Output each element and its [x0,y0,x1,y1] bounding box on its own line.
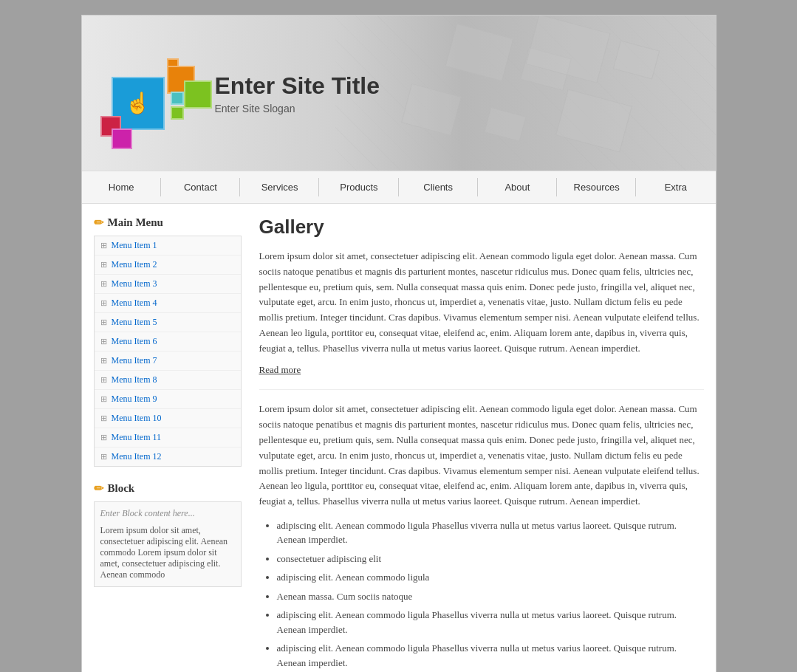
grid-icon-5: ⊞ [100,318,107,327]
menu-item-6[interactable]: ⊞ Menu Item 6 [95,332,241,352]
hand-icon: ☝ [125,91,151,115]
grid-icon-7: ⊞ [100,356,107,366]
menu-item-3[interactable]: ⊞ Menu Item 3 [95,275,241,294]
sidebar: ✏ Main Menu ⊞ Menu Item 1 ⊞ Menu Item 2 … [94,216,242,672]
menu-item-4[interactable]: ⊞ Menu Item 4 [95,294,241,313]
read-more-link[interactable]: Read more [259,363,704,378]
content-wrapper: ✏ Main Menu ⊞ Menu Item 1 ⊞ Menu Item 2 … [82,204,716,672]
nav-item-resources[interactable]: Resources [557,171,636,203]
list-item-3: adipiscing elit. Aenean commodo ligula [277,570,704,585]
sq-teal [171,92,184,105]
bullet-list: adipiscing elit. Aenean commodo ligula P… [259,518,704,671]
site-wrapper: ☝ Enter Site Title Enter Site Slogan Hom… [81,15,716,672]
list-item-4: Aenean massa. Cum sociis natoque [277,589,704,604]
logo-area: ☝ Enter Site Title Enter Site Slogan [97,36,380,151]
nav-item-about[interactable]: About [478,171,557,203]
paragraph-2: Lorem ipsum dolor sit amet, consectetuer… [259,402,704,510]
grid-icon-4: ⊞ [100,298,107,308]
block-placeholder: Enter Block content here... [100,508,235,519]
block-content: Enter Block content here... Lorem ipsum … [94,501,242,587]
site-slogan: Enter Site Slogan [215,103,380,114]
nav: Home Contact Services Products Clients A… [82,171,716,204]
sq-small-green [171,106,184,120]
list-item-5: adipiscing elit. Aenean commodo ligula P… [277,608,704,637]
grid-icon-12: ⊞ [100,452,107,462]
sq-magenta [112,128,132,149]
grid-icon-11: ⊞ [100,433,107,442]
site-title: Enter Site Title [215,72,380,100]
grid-icon-10: ⊞ [100,414,107,423]
menu-item-5[interactable]: ⊞ Menu Item 5 [95,313,241,332]
sidebar-menu: ⊞ Menu Item 1 ⊞ Menu Item 2 ⊞ Menu Item … [94,236,242,467]
logo-squares: ☝ [97,36,200,151]
menu-item-11[interactable]: ⊞ Menu Item 11 [95,428,241,448]
header-bg-pattern [335,16,716,171]
nav-item-services[interactable]: Services [240,171,319,203]
site-title-area: Enter Site Title Enter Site Slogan [215,72,380,114]
pencil-icon: ✏ [94,216,103,230]
nav-item-extra[interactable]: Extra [636,171,715,203]
list-item-1: adipiscing elit. Aenean commodo ligula P… [277,518,704,547]
menu-item-9[interactable]: ⊞ Menu Item 9 [95,390,241,409]
nav-item-products[interactable]: Products [319,171,398,203]
grid-icon-9: ⊞ [100,394,107,404]
content-block-2: Lorem ipsum dolor sit amet, consectetuer… [259,402,704,672]
menu-item-12[interactable]: ⊞ Menu Item 12 [95,448,241,466]
menu-item-8[interactable]: ⊞ Menu Item 8 [95,371,241,390]
content-block-1: Lorem ipsum dolor sit amet, consectetuer… [259,249,704,390]
grid-icon-6: ⊞ [100,337,107,346]
menu-item-10[interactable]: ⊞ Menu Item 10 [95,409,241,428]
page-title: Gallery [259,216,704,239]
grid-icon-3: ⊞ [100,279,107,289]
grid-icon-1: ⊞ [100,241,107,250]
pencil-icon-block: ✏ [94,481,103,496]
nav-item-home[interactable]: Home [82,171,161,203]
grid-icon-8: ⊞ [100,375,107,385]
list-item-2: consectetuer adipiscing elit [277,552,704,566]
block-text: Lorem ipsum dolor sit amet, consectetuer… [100,525,235,580]
header: ☝ Enter Site Title Enter Site Slogan [82,16,716,171]
nav-item-contact[interactable]: Contact [161,171,240,203]
menu-item-1[interactable]: ⊞ Menu Item 1 [95,236,241,256]
paragraph-1: Lorem ipsum dolor sit amet, consectetuer… [259,249,704,357]
main-menu-heading: ✏ Main Menu [94,216,242,230]
main-content: Gallery Lorem ipsum dolor sit amet, cons… [253,216,704,672]
menu-item-2[interactable]: ⊞ Menu Item 2 [95,256,241,275]
list-item-6: adipiscing elit. Aenean commodo ligula P… [277,641,704,670]
sq-green [184,80,212,109]
block-heading: ✏ Block [94,481,242,496]
nav-item-clients[interactable]: Clients [399,171,478,203]
grid-icon-2: ⊞ [100,260,107,270]
menu-item-7[interactable]: ⊞ Menu Item 7 [95,352,241,371]
